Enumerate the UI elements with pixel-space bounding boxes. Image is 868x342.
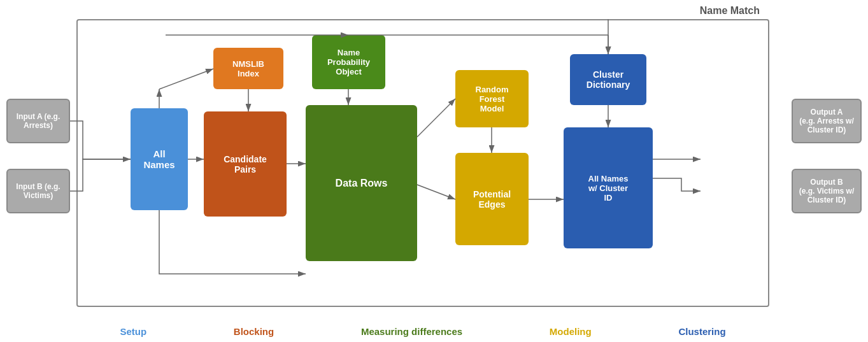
label-setup: Setup (120, 326, 146, 337)
output-a-box: Output A(e.g. Arrests w/Cluster ID) (792, 99, 862, 143)
all-names-box: AllNames (131, 108, 188, 210)
candidate-pairs-box: CandidatePairs (204, 111, 287, 217)
label-clustering: Clustering (678, 326, 725, 337)
cluster-dict-box: ClusterDictionary (570, 54, 646, 105)
input-a-box: Input A (e.g. Arrests) (6, 99, 70, 143)
bottom-labels: Setup Blocking Measuring differences Mod… (76, 326, 769, 337)
name-probability-box: NameProbabilityObject (312, 35, 385, 89)
nmslib-index-box: NMSLIBIndex (213, 48, 283, 89)
output-b-box: Output B(e.g. Victims w/Cluster ID) (792, 169, 862, 213)
random-forest-box: RandomForestModel (455, 70, 529, 127)
all-names-cluster-box: All Namesw/ ClusterID (564, 127, 653, 248)
diagram-container: Name Match Input A (e.g. Arrests) Input … (0, 0, 868, 342)
data-rows-box: Data Rows (306, 105, 417, 261)
label-modeling: Modeling (550, 326, 592, 337)
label-measuring: Measuring differences (361, 326, 462, 337)
potential-edges-box: PotentialEdges (455, 153, 529, 245)
input-b-box: Input B (e.g. Victims) (6, 169, 70, 213)
label-blocking: Blocking (234, 326, 274, 337)
name-match-label: Name Match (700, 5, 760, 17)
